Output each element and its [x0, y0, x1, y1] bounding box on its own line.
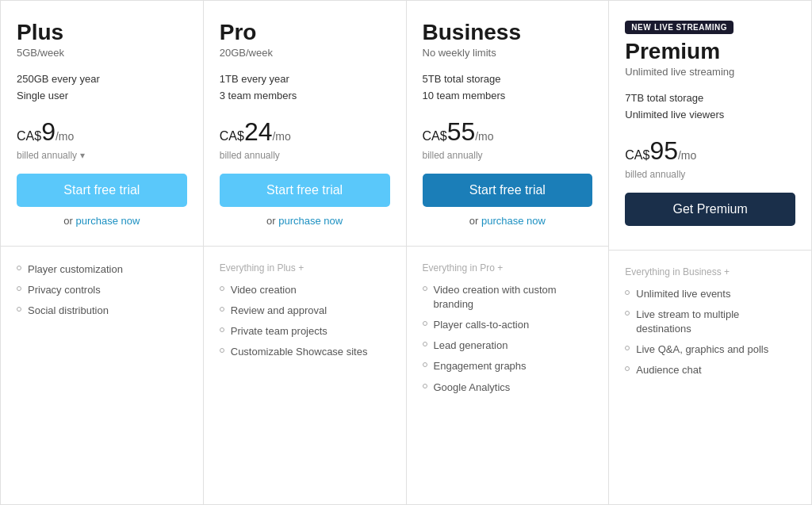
purchase-link-plus[interactable]: purchase now — [75, 215, 140, 227]
feature-item: Unlimited live events — [625, 287, 795, 301]
feature-bullet — [423, 342, 427, 346]
feature-bullet — [423, 321, 427, 326]
features-header-premium: Everything in Business + — [625, 266, 795, 277]
feature-bullet — [423, 362, 427, 367]
feature-text: Customizable Showcase sites — [231, 345, 368, 359]
feature-text: Social distribution — [28, 304, 109, 318]
storage-line: 250GB every year — [17, 71, 187, 88]
plan-features-premium: Everything in Business +Unlimited live e… — [609, 251, 811, 504]
plan-storage-plus: 250GB every yearSingle user — [17, 71, 187, 105]
plan-billed-pro: billed annually — [220, 150, 390, 161]
feature-item: Audience chat — [625, 363, 795, 377]
feature-bullet — [625, 311, 630, 316]
plan-top-premium: NEWLIVE STREAMINGPremiumUnlimited live s… — [609, 1, 811, 251]
feature-text: Video creation with custom branding — [434, 283, 593, 312]
plan-name-plus: Plus — [17, 20, 187, 45]
feature-item: Lead generation — [423, 339, 593, 353]
purchase-link-business[interactable]: purchase now — [481, 215, 546, 227]
feature-bullet — [625, 366, 630, 371]
plan-price-pro: CA$24/mo — [220, 121, 291, 145]
btn-plus[interactable]: Start free trial — [17, 174, 187, 207]
feature-item: Video creation with custom branding — [423, 283, 593, 312]
plan-name-pro: Pro — [220, 20, 390, 45]
plan-storage-premium: 7TB total storageUnlimited live viewers — [625, 90, 795, 124]
plan-price-row-plus: CA$9/mo — [17, 117, 187, 147]
feature-text: Player customization — [28, 262, 123, 277]
plan-billed-premium: billed annually — [625, 169, 795, 180]
plan-price-premium: CA$95/mo — [625, 140, 696, 164]
feature-bullet — [17, 286, 21, 291]
plan-price-row-premium: CA$95/mo — [625, 136, 795, 166]
feature-text: Review and approval — [231, 304, 327, 318]
billed-dropdown-arrow[interactable]: ▾ — [80, 150, 85, 161]
plan-name-business: Business — [423, 20, 593, 45]
feature-text: Unlimited live events — [636, 287, 730, 301]
plan-subtitle-premium: Unlimited live streaming — [625, 66, 795, 78]
plan-features-pro: Everything in Plus +Video creationReview… — [204, 247, 406, 504]
storage-line: 5TB total storage — [423, 71, 593, 88]
btn-premium[interactable]: Get Premium — [625, 193, 795, 226]
plan-name-premium: Premium — [625, 39, 795, 64]
plan-purchase-business: or purchase now — [423, 215, 593, 227]
feature-bullet — [625, 290, 630, 295]
storage-line: 10 team members — [423, 88, 593, 105]
feature-item: Live Q&A, graphics and polls — [625, 342, 795, 357]
feature-text: Video creation — [231, 283, 297, 297]
feature-bullet — [17, 266, 21, 270]
plan-col-pro: Pro20GB/week1TB every year3 team members… — [204, 1, 407, 504]
feature-text: Google Analytics — [434, 381, 511, 395]
feature-bullet — [220, 286, 224, 291]
plan-price-business: CA$55/mo — [423, 121, 494, 145]
feature-bullet — [423, 286, 427, 291]
plan-billed-plus: billed annually ▾ — [17, 150, 187, 161]
plan-price-row-business: CA$55/mo — [423, 117, 593, 147]
feature-item: Social distribution — [17, 304, 187, 318]
plan-top-plus: Plus5GB/week250GB every yearSingle userC… — [1, 1, 203, 247]
features-header-business: Everything in Pro + — [423, 262, 593, 274]
feature-item: Video creation — [220, 283, 390, 297]
feature-item: Google Analytics — [423, 381, 593, 395]
feature-bullet — [625, 346, 630, 350]
feature-item: Customizable Showcase sites — [220, 345, 390, 359]
btn-business[interactable]: Start free trial — [423, 174, 593, 207]
plan-badge-premium: NEWLIVE STREAMING — [625, 21, 733, 34]
feature-item: Player customization — [17, 262, 187, 277]
storage-line: Single user — [17, 88, 187, 105]
feature-item: Review and approval — [220, 304, 390, 318]
plan-features-plus: Player customizationPrivacy controlsSoci… — [1, 247, 203, 504]
feature-text: Privacy controls — [28, 283, 101, 297]
feature-text: Engagement graphs — [434, 359, 527, 373]
feature-text: Audience chat — [636, 363, 701, 377]
feature-text: Live stream to multiple destinations — [636, 308, 795, 336]
purchase-link-pro[interactable]: purchase now — [278, 215, 343, 227]
feature-bullet — [220, 348, 224, 353]
plan-top-business: BusinessNo weekly limits5TB total storag… — [407, 1, 609, 247]
feature-item: Live stream to multiple destinations — [625, 308, 795, 336]
plan-price-row-pro: CA$24/mo — [220, 117, 390, 147]
storage-line: 1TB every year — [220, 71, 390, 88]
plan-billed-business: billed annually — [423, 150, 593, 161]
storage-line: 7TB total storage — [625, 90, 795, 107]
plan-price-plus: CA$9/mo — [17, 121, 74, 145]
feature-item: Privacy controls — [17, 283, 187, 297]
feature-text: Lead generation — [434, 339, 508, 353]
feature-item: Player calls-to-action — [423, 318, 593, 332]
feature-text: Private team projects — [231, 324, 327, 339]
plan-subtitle-plus: 5GB/week — [17, 47, 187, 59]
plan-purchase-pro: or purchase now — [220, 215, 390, 227]
plan-col-business: BusinessNo weekly limits5TB total storag… — [407, 1, 610, 504]
plan-storage-business: 5TB total storage10 team members — [423, 71, 593, 105]
feature-item: Private team projects — [220, 324, 390, 339]
plan-purchase-plus: or purchase now — [17, 215, 187, 227]
plan-top-pro: Pro20GB/week1TB every year3 team members… — [204, 1, 406, 247]
plan-features-business: Everything in Pro +Video creation with c… — [407, 247, 609, 504]
btn-pro[interactable]: Start free trial — [220, 174, 390, 207]
storage-line: 3 team members — [220, 88, 390, 105]
feature-text: Live Q&A, graphics and polls — [636, 342, 768, 357]
pricing-table: Plus5GB/week250GB every yearSingle userC… — [0, 0, 812, 505]
feature-bullet — [220, 327, 224, 332]
plan-storage-pro: 1TB every year3 team members — [220, 71, 390, 105]
storage-line: Unlimited live viewers — [625, 107, 795, 124]
feature-bullet — [423, 384, 427, 388]
features-header-pro: Everything in Plus + — [220, 262, 390, 274]
